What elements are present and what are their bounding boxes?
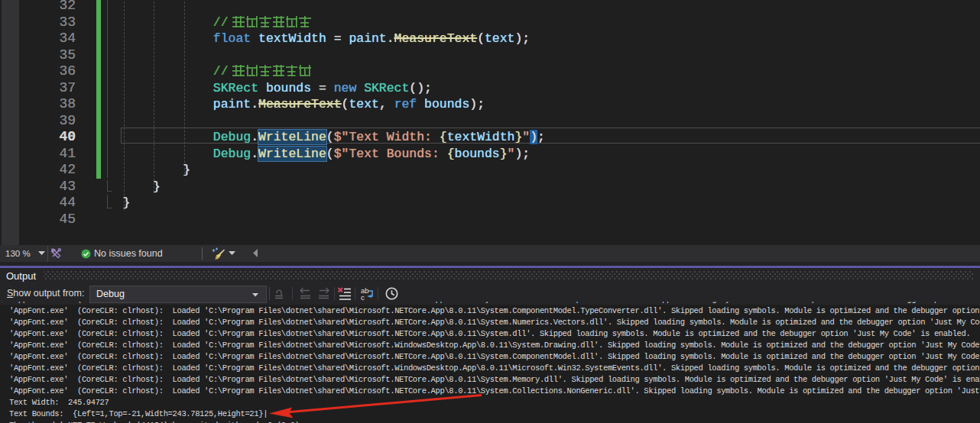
svg-text:c: c	[361, 293, 365, 302]
